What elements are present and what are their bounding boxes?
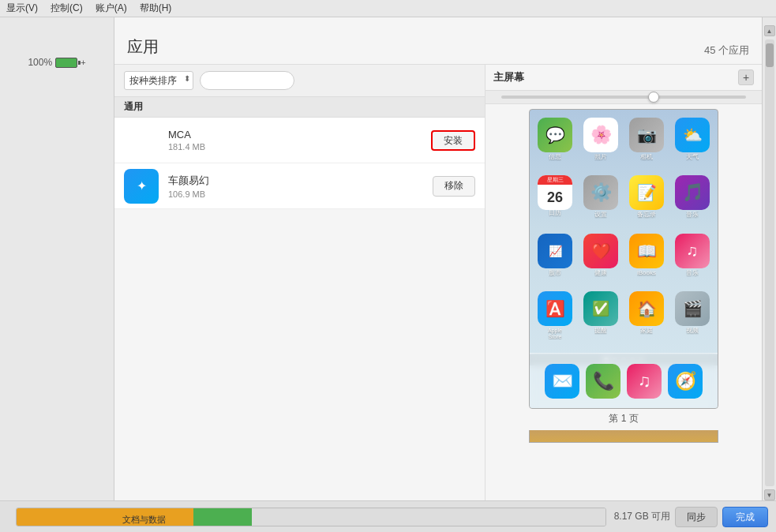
scrollbar-down[interactable]: ▼ <box>764 489 775 500</box>
app-info-cheyanyihuan: 车颜易幻 106.9 MB <box>168 174 433 199</box>
apps-count: 45 个应用 <box>704 43 749 58</box>
grid-icon-health[interactable]: ❤️ 健康 <box>579 232 623 288</box>
menu-account[interactable]: 账户(A) <box>96 2 127 15</box>
slider-container <box>485 91 762 104</box>
grid-icon-home[interactable]: 🏠 家庭 <box>624 290 669 351</box>
menu-bar: 显示(V) 控制(C) 账户(A) 帮助(H) <box>0 0 776 17</box>
install-button-mca[interactable]: 安装 <box>431 130 475 151</box>
scrollbar-track <box>765 39 774 486</box>
grid-icon-appstore[interactable]: 🅰️ AppleStore <box>533 290 577 351</box>
sort-select-wrapper: 按种类排序 <box>124 71 193 90</box>
main-content: 应用 45 个应用 按种类排序 通用 MCA 181.4 MB 安装 <box>114 17 762 500</box>
scrollbar-up[interactable]: ▲ <box>764 25 775 36</box>
sort-controls: 按种类排序 <box>114 65 485 97</box>
sync-button[interactable]: 同步 <box>675 507 718 527</box>
apps-title: 应用 <box>127 36 159 58</box>
grid-icon-itunes[interactable]: ♫ 音乐 <box>670 232 714 288</box>
home-screen-header: 主屏幕 + <box>485 65 762 91</box>
iphone-mockup-container: 💬 信息 🌸 照片 📷 相机 ⛅ 天气 <box>485 104 762 430</box>
grid-icon-calendar[interactable]: 星期三 26 日历 <box>533 174 577 230</box>
bottom-bar: 8.17 GB 可用 同步 完成 <box>0 500 776 532</box>
app-name-mca: MCA <box>168 129 431 140</box>
battery-percent: 100% <box>28 57 52 68</box>
add-page-button[interactable]: + <box>738 69 754 85</box>
right-panel: 主屏幕 + 💬 信息 🌸 照片 <box>485 65 762 500</box>
slider-thumb[interactable] <box>648 92 659 103</box>
battery-row: 100% + <box>28 57 85 68</box>
iphone-dock: ✉️ 📞 ♫ 🧭 <box>530 353 718 408</box>
category-label: 通用 <box>114 97 485 118</box>
remove-button-cheyanyihuan[interactable]: 移除 <box>433 176 475 197</box>
scrollbar-thumb[interactable] <box>766 43 774 67</box>
app-info-mca: MCA 181.4 MB <box>168 129 431 152</box>
grid-icon-settings[interactable]: ⚙️ 设置 <box>579 174 623 230</box>
storage-segment-free <box>252 508 605 526</box>
left-sidebar: 100% + <box>0 17 114 500</box>
battery-plus: + <box>81 58 85 67</box>
slider-track <box>501 96 746 99</box>
grid-icon-camera[interactable]: 📷 相机 <box>624 116 669 172</box>
grid-icon-reminders[interactable]: ✅ 提醒 <box>579 290 623 351</box>
app-size-cheyanyihuan: 106.9 MB <box>168 189 433 199</box>
next-screen-preview <box>529 430 718 443</box>
done-button[interactable]: 完成 <box>722 507 768 527</box>
app-item-cheyanyihuan: ✦ 车颜易幻 106.9 MB 移除 <box>114 163 485 209</box>
content-header: 应用 45 个应用 <box>114 17 762 65</box>
free-space-label: 8.17 GB 可用 <box>614 510 670 523</box>
grid-icon-music-row2[interactable]: 🎵 音乐 <box>670 174 714 230</box>
dock-icon-mail[interactable]: ✉️ <box>545 364 579 399</box>
app-name-cheyanyihuan: 车颜易幻 <box>168 174 433 188</box>
dock-icon-music[interactable]: ♫ <box>627 364 662 399</box>
app-item-mca: MCA 181.4 MB 安装 <box>114 118 485 163</box>
battery-icon <box>55 58 77 68</box>
app-size-mca: 181.4 MB <box>168 142 431 152</box>
menu-help[interactable]: 帮助(H) <box>140 2 172 15</box>
dock-icon-safari[interactable]: 🧭 <box>668 364 703 399</box>
app-actions-cheyanyihuan: 移除 <box>433 176 475 197</box>
storage-segment-other <box>193 508 253 526</box>
grid-icon-notes[interactable]: 📝 备忘录 <box>624 174 669 230</box>
app-actions-mca: 安装 <box>431 130 475 151</box>
app-list: MCA 181.4 MB 安装 ✦ 车颜易幻 106.9 MB 移除 <box>114 118 485 209</box>
grid-icon-photos[interactable]: 🌸 照片 <box>579 116 623 172</box>
grid-icon-weather[interactable]: ⛅ 天气 <box>670 116 714 172</box>
grid-icon-messages[interactable]: 💬 信息 <box>533 116 577 172</box>
left-panel: 按种类排序 通用 MCA 181.4 MB 安装 ✦ <box>114 65 485 500</box>
grid-icon-videos[interactable]: 🎬 视频 <box>670 290 714 351</box>
app-icon-mca <box>124 123 159 158</box>
storage-segment-docs <box>17 508 193 526</box>
storage-bar <box>16 508 606 526</box>
dock-icon-phone[interactable]: 📞 <box>586 364 620 399</box>
app-icon-cheyanyihuan: ✦ <box>124 169 159 204</box>
iphone-mockup: 💬 信息 🌸 照片 📷 相机 ⛅ 天气 <box>529 109 718 409</box>
grid-icon-stocks[interactable]: 📈 股市 <box>533 232 577 288</box>
right-sidebar: ▲ ▼ <box>762 17 776 500</box>
menu-control[interactable]: 控制(C) <box>51 2 83 15</box>
grid-icon-ibooks[interactable]: 📖 iBooks <box>624 232 669 288</box>
search-input[interactable] <box>200 71 294 90</box>
page-label: 第 1 页 <box>609 412 638 425</box>
home-screen-title: 主屏幕 <box>493 70 524 84</box>
sort-select[interactable]: 按种类排序 <box>124 71 193 90</box>
menu-view[interactable]: 显示(V) <box>6 2 38 15</box>
